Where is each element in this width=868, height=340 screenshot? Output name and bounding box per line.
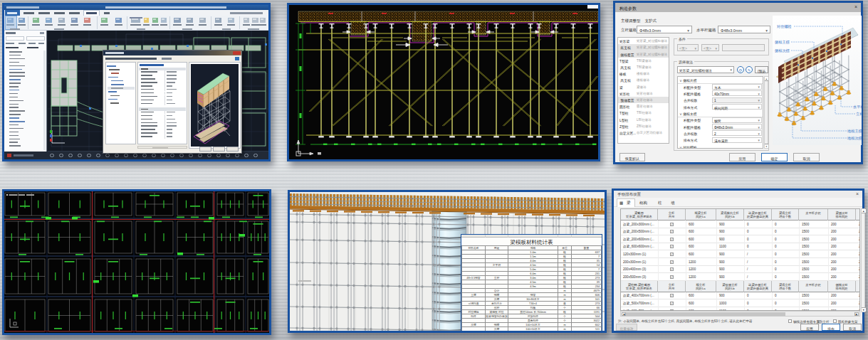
svg-text:地模主楞: 地模主楞: [847, 129, 862, 134]
svg-text:侧模主楞: 侧模主楞: [774, 40, 790, 45]
svg-text:侧模次楞: 侧模次楞: [774, 48, 790, 53]
svg-text:立杆: 立杆: [856, 112, 862, 116]
svg-text:水平杆: 水平杆: [853, 105, 862, 109]
svg-text:对位螺栓: 对位螺栓: [776, 24, 793, 29]
svg-text:地模次楞: 地模次楞: [847, 136, 862, 141]
